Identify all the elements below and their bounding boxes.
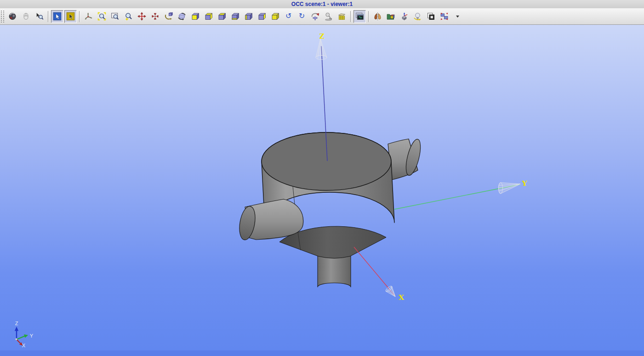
right-view-button[interactable] [256,10,268,23]
fit-all-icon [97,11,107,21]
mini-axis-label-y: Y [30,333,34,339]
toolbar-separator [368,11,369,22]
axis-label-x: X [399,293,404,302]
left-view-button[interactable] [242,10,255,23]
viewer-area[interactable]: Z Y X Z Y X [0,25,644,356]
select-blue-icon [52,11,62,21]
rotation-sphere-button[interactable] [176,10,188,23]
view-left-icon [244,11,253,21]
console-window-icon [355,11,365,21]
lamp-icon [324,11,333,21]
select-mode-button[interactable] [51,10,63,23]
undo-view-button[interactable]: ↺ [282,10,295,23]
pan-icon [137,11,147,21]
svg-text:↻: ↻ [299,11,305,20]
overflow-arrow-icon [453,11,462,21]
mouse-mode-button[interactable] [20,10,32,23]
redo-icon: ↻ [297,11,307,21]
toolbar-overflow-button[interactable] [451,10,464,23]
axis-cone-z [316,39,327,60]
toolbar-separator [350,11,351,22]
mirror-button[interactable] [371,10,384,23]
background-color-button[interactable] [425,10,437,23]
view-top-icon [217,11,227,21]
global-pan-icon [150,11,160,21]
mini-axis-label-z: Z [15,321,18,326]
title-bar: OCC scene:1 - viewer:1 [0,0,644,8]
zoom-plus-icon [124,11,133,21]
toolbar-drag-handle[interactable] [1,11,4,23]
trihedron-toggle-button[interactable] [82,10,95,23]
toolbar-items: ↺↻ [6,8,464,24]
global-pan-button[interactable] [149,10,161,23]
toolbar-separator [79,11,80,22]
console-window-button[interactable] [353,10,366,23]
grid-table-icon [337,11,347,21]
scene-orbit-button[interactable] [6,10,19,23]
pan-button[interactable] [136,10,148,23]
back-view-button[interactable] [202,10,215,23]
fit-area-icon [110,11,120,21]
tile-windows-icon [439,11,449,21]
shading-table-button[interactable] [336,10,348,23]
tile-windows-button[interactable] [438,10,450,23]
import-scene-button[interactable] [385,10,397,23]
bg-swap-icon [426,11,436,21]
mini-axis-label-x: X [22,343,26,348]
rotation-sphere-icon [177,11,187,21]
lighting-button[interactable] [411,10,424,23]
top-view-button[interactable] [216,10,228,23]
redo-view-button[interactable]: ↻ [296,10,308,23]
view-front-icon [190,11,200,21]
viewer-canvas[interactable]: Z Y X Z Y X [0,25,644,356]
trihedron-cube-button[interactable] [398,10,410,23]
axis-label-z: Z [319,32,325,40]
model-valve-body[interactable] [237,132,423,287]
view-right-icon [257,11,267,21]
trihedron-x-axis [354,247,395,296]
highlight-mode-button[interactable] [64,10,77,23]
hidden-line-button[interactable] [322,10,335,23]
fit-all-button[interactable] [96,10,108,23]
fit-area-button[interactable] [109,10,121,23]
rotate-icon [164,11,173,21]
view-back-icon [204,11,213,21]
axis-cube-icon [399,11,409,21]
mirror-icon [373,11,382,21]
reset-view-button[interactable] [309,10,321,23]
axo-view-button[interactable] [269,10,281,23]
svg-text:↺: ↺ [285,11,291,20]
zoom-button[interactable] [122,10,135,23]
undo-icon: ↺ [284,11,293,21]
mouse-icon [21,11,31,21]
bottom-view-button[interactable] [229,10,241,23]
front-view-button[interactable] [189,10,201,23]
toolbar-separator [48,11,49,22]
zoom-select-icon [34,11,44,21]
axis-cone-x [385,285,395,297]
scene-orbit-icon [8,11,17,21]
axis-cone-y [499,183,521,194]
toolbar: ↺↻ [0,8,644,25]
window-title: OCC scene:1 - viewer:1 [291,1,353,7]
zoom-select-button[interactable] [33,10,46,23]
orientation-marker: Z Y X [15,321,34,348]
trihedron-icon [84,11,93,21]
axis-label-y: Y [522,179,527,188]
model-stem [318,254,351,287]
view-bottom-icon [230,11,240,21]
view-axo-icon [270,11,280,21]
light-bulb-icon [413,11,422,21]
rotate-button[interactable] [162,10,175,23]
reset-view-icon [310,11,320,21]
model-right-pipe [388,138,423,180]
scene-folder-icon [386,11,396,21]
select-yellow-icon [66,11,75,21]
